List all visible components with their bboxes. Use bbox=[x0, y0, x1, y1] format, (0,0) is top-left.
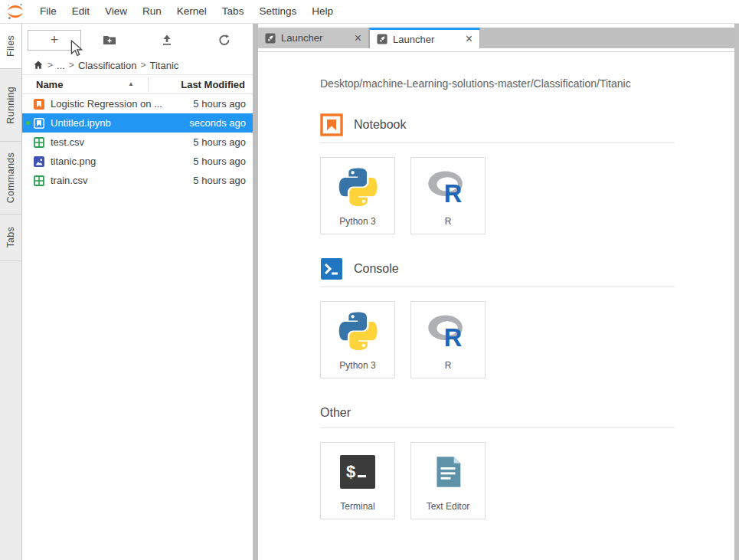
launcher-rocket-icon bbox=[377, 34, 387, 44]
file-name: test.csv bbox=[51, 136, 193, 148]
file-modified: 5 hours ago bbox=[193, 136, 253, 148]
jupyter-logo-icon bbox=[6, 2, 25, 21]
r-icon: R bbox=[427, 169, 469, 205]
launcher-rocket-icon bbox=[265, 33, 276, 44]
menu-bar: File Edit View Run Kernel Tabs Settings … bbox=[0, 0, 739, 24]
breadcrumb-titanic[interactable]: Titanic bbox=[149, 60, 178, 71]
notebook-file-icon bbox=[33, 98, 45, 110]
mouse-cursor bbox=[69, 40, 84, 57]
launcher-card-terminal[interactable]: $ Terminal bbox=[320, 442, 395, 519]
text-editor-icon bbox=[430, 454, 466, 490]
menu-edit[interactable]: Edit bbox=[64, 0, 97, 23]
file-name: Untitled.ipynb bbox=[51, 117, 189, 129]
launcher-card-notebook-r[interactable]: R R bbox=[410, 157, 486, 234]
file-browser-panel: + bbox=[22, 24, 253, 560]
notebook-section-icon bbox=[320, 113, 343, 136]
file-row[interactable]: train.csv 5 hours ago bbox=[22, 171, 253, 190]
breadcrumb-separator: > bbox=[140, 60, 146, 70]
r-icon: R bbox=[427, 313, 469, 349]
upload-button[interactable] bbox=[139, 33, 196, 47]
launcher-card-console-r[interactable]: R R bbox=[410, 301, 486, 378]
breadcrumb-classification[interactable]: Classification bbox=[78, 60, 137, 71]
file-modified: 5 hours ago bbox=[193, 175, 253, 186]
section-title: Other bbox=[320, 406, 734, 420]
upload-icon bbox=[160, 33, 174, 47]
file-modified: seconds ago bbox=[189, 117, 253, 129]
file-row-selected[interactable]: Untitled.ipynb seconds ago bbox=[22, 113, 253, 133]
file-row[interactable]: titanic.png 5 hours ago bbox=[22, 152, 253, 171]
menu-help[interactable]: Help bbox=[304, 0, 341, 23]
notebook-file-icon bbox=[33, 117, 45, 129]
close-icon[interactable]: × bbox=[355, 32, 361, 44]
tab-label: Launcher bbox=[393, 34, 460, 45]
sidebar-tab-commands[interactable]: Commands bbox=[0, 142, 21, 215]
menu-file[interactable]: File bbox=[32, 0, 64, 23]
launcher-card-notebook-python3[interactable]: Python 3 bbox=[320, 157, 395, 234]
tab-launcher-1[interactable]: Launcher × bbox=[258, 28, 369, 48]
section-title: Console bbox=[354, 262, 399, 276]
breadcrumb-separator: > bbox=[69, 60, 74, 70]
file-name: titanic.png bbox=[51, 156, 193, 167]
new-folder-button[interactable] bbox=[81, 33, 139, 47]
dock-panel: Launcher × Launcher × Desktop/machine-Le… bbox=[258, 24, 739, 560]
file-name: Logistic Regression on ... bbox=[51, 98, 193, 110]
refresh-icon bbox=[217, 33, 231, 47]
file-list: Logistic Regression on ... 5 hours ago U… bbox=[22, 94, 253, 190]
console-section-icon bbox=[320, 257, 343, 280]
sidebar-tab-files[interactable]: Files bbox=[0, 24, 21, 69]
csv-file-icon bbox=[33, 136, 45, 149]
launcher-section-other: Other $ Terminal bbox=[320, 406, 734, 519]
launcher-panel: Desktop/machine-Learning-solutions-maste… bbox=[258, 51, 734, 560]
launcher-cwd-path: Desktop/machine-Learning-solutions-maste… bbox=[320, 77, 734, 90]
launcher-card-text-editor[interactable]: Text Editor bbox=[410, 442, 486, 519]
file-row[interactable]: Logistic Regression on ... 5 hours ago bbox=[22, 94, 253, 113]
file-modified: 5 hours ago bbox=[193, 98, 253, 110]
launcher-card-console-python3[interactable]: Python 3 bbox=[320, 301, 395, 378]
file-row[interactable]: test.csv 5 hours ago bbox=[22, 133, 253, 152]
section-divider bbox=[320, 142, 675, 143]
file-modified: 5 hours ago bbox=[193, 156, 253, 167]
menu-settings[interactable]: Settings bbox=[251, 0, 304, 23]
svg-text:R: R bbox=[444, 180, 463, 205]
refresh-button[interactable] bbox=[195, 33, 253, 47]
menu-view[interactable]: View bbox=[97, 0, 135, 23]
column-header-last-modified[interactable]: Last Modified bbox=[181, 79, 245, 90]
breadcrumb-ellipsis[interactable]: ... bbox=[57, 60, 65, 71]
python-icon bbox=[338, 167, 378, 207]
card-label: Python 3 bbox=[339, 216, 375, 227]
card-label: Text Editor bbox=[427, 501, 470, 512]
sidebar-tab-running[interactable]: Running bbox=[0, 69, 21, 142]
svg-text:$: $ bbox=[346, 462, 355, 481]
sidebar-tab-running-label: Running bbox=[5, 87, 16, 124]
tab-launcher-2[interactable]: Launcher × bbox=[369, 28, 480, 48]
column-header-name[interactable]: Name bbox=[36, 79, 63, 90]
sidebar-tab-tabs-label: Tabs bbox=[5, 227, 16, 248]
tab-label: Launcher bbox=[281, 32, 349, 44]
launcher-section-notebook: Notebook Python 3 bbox=[320, 113, 734, 234]
column-divider bbox=[148, 77, 149, 91]
section-divider bbox=[320, 287, 675, 287]
file-browser-toolbar: + bbox=[22, 24, 253, 56]
breadcrumb-separator: > bbox=[47, 60, 53, 70]
sort-ascending-icon[interactable]: ▲ bbox=[128, 80, 134, 87]
card-label: Python 3 bbox=[339, 360, 375, 371]
csv-file-icon bbox=[33, 175, 45, 187]
close-icon[interactable]: × bbox=[466, 33, 473, 45]
menu-tabs[interactable]: Tabs bbox=[214, 0, 252, 23]
home-icon[interactable] bbox=[33, 60, 44, 70]
sidebar-tab-commands-label: Commands bbox=[5, 152, 16, 203]
menu-run[interactable]: Run bbox=[135, 0, 169, 23]
menu-kernel[interactable]: Kernel bbox=[169, 0, 214, 23]
sidebar-tab-files-label: Files bbox=[5, 35, 16, 57]
sidebar-tab-tabs[interactable]: Tabs bbox=[0, 215, 21, 261]
new-folder-icon bbox=[103, 33, 116, 47]
section-divider bbox=[320, 427, 675, 428]
panel-splitter[interactable] bbox=[253, 24, 258, 560]
card-label: R bbox=[445, 216, 452, 227]
file-name: train.csv bbox=[51, 175, 193, 186]
running-kernel-indicator bbox=[22, 121, 33, 125]
left-sidebar-strip: Files Running Commands Tabs bbox=[0, 24, 22, 560]
card-label: Terminal bbox=[340, 501, 374, 512]
file-list-header: Name ▲ Last Modified bbox=[22, 74, 253, 94]
image-file-icon bbox=[33, 156, 45, 168]
